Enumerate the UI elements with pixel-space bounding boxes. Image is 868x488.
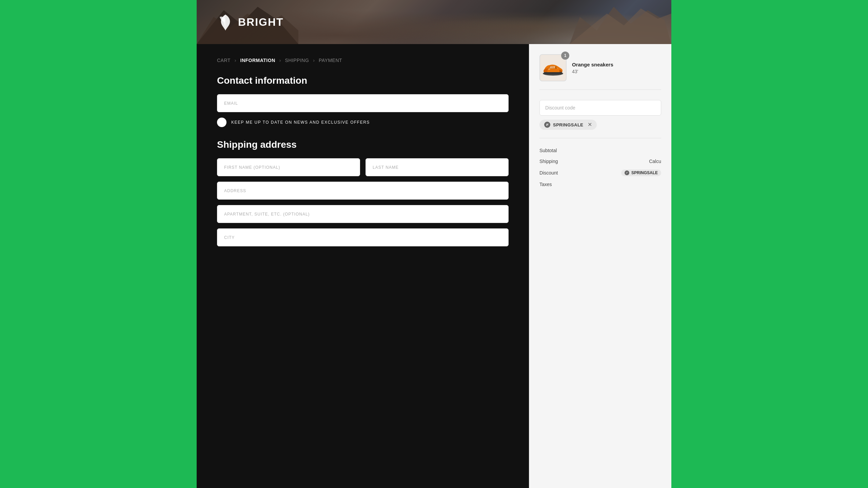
discount-tag-inline-icon [625, 170, 629, 175]
tag-icon [544, 122, 550, 128]
city-field[interactable] [217, 228, 509, 246]
applied-discount-tag: SPRINGSALE ✕ [539, 120, 661, 130]
svg-rect-9 [544, 72, 562, 74]
discount-total-label: Discount [539, 170, 558, 176]
breadcrumb-sep-3: › [313, 58, 315, 63]
order-summary: 1 [529, 44, 671, 488]
breadcrumb: CART › INFORMATION › SHIPPING › PAYMENT [217, 58, 509, 63]
apartment-field[interactable] [217, 205, 509, 223]
shipping-label: Shipping [539, 159, 558, 164]
email-group [217, 94, 509, 112]
discount-tag-row: SPRINGSALE [621, 169, 661, 176]
discount-total-row: Discount SPRINGSALE [539, 167, 661, 179]
discount-tag-inline: SPRINGSALE [621, 169, 661, 176]
svg-point-14 [626, 172, 627, 173]
form-section: CART › INFORMATION › SHIPPING › PAYMENT … [197, 44, 529, 488]
taxes-row: Taxes [539, 179, 661, 190]
breadcrumb-payment[interactable]: PAYMENT [319, 58, 342, 63]
product-variant: 43' [572, 69, 661, 74]
newsletter-checkbox[interactable] [217, 118, 226, 127]
discount-input-wrapper [539, 100, 661, 116]
email-field[interactable] [217, 94, 509, 112]
subtotal-label: Subtotal [539, 148, 557, 153]
newsletter-row: KEEP ME UP TO DATE ON NEWS AND EXCLUSIVE… [217, 118, 509, 127]
discount-tag-inline-label: SPRINGSALE [631, 170, 658, 175]
svg-point-11 [547, 124, 547, 125]
taxes-label: Taxes [539, 182, 552, 187]
order-totals: Subtotal Shipping Calcu Discount [539, 138, 661, 190]
breadcrumb-shipping[interactable]: SHIPPING [285, 58, 309, 63]
newsletter-label: KEEP ME UP TO DATE ON NEWS AND EXCLUSIVE… [231, 120, 370, 125]
logo-text: BRIGHT [238, 16, 284, 28]
breadcrumb-sep-1: › [235, 58, 236, 63]
address-field[interactable] [217, 182, 509, 200]
address-group [217, 182, 509, 200]
discount-code-input[interactable] [539, 100, 661, 116]
breadcrumb-sep-2: › [279, 58, 281, 63]
breadcrumb-cart[interactable]: CART [217, 58, 231, 63]
discount-section: SPRINGSALE ✕ [539, 100, 661, 130]
remove-discount-button[interactable]: ✕ [588, 122, 592, 127]
product-item: 1 [539, 54, 661, 90]
logo[interactable]: BRIGHT [197, 0, 671, 44]
product-image-wrapper: 1 [539, 54, 567, 81]
product-quantity-badge: 1 [561, 52, 569, 60]
discount-tag-label: SPRINGSALE [553, 122, 584, 127]
subtotal-row: Subtotal [539, 145, 661, 156]
contact-section-title: Contact information [217, 75, 509, 86]
discount-tag: SPRINGSALE ✕ [539, 120, 597, 130]
first-name-field[interactable] [217, 158, 360, 176]
product-info: Orange sneakers 43' [572, 62, 661, 74]
site-header: BRIGHT [197, 0, 671, 44]
last-name-field[interactable] [366, 158, 509, 176]
apartment-group [217, 205, 509, 223]
city-group [217, 228, 509, 246]
name-row [217, 158, 509, 176]
shipping-value: Calcu [649, 159, 661, 164]
shipping-section-title: Shipping address [217, 139, 509, 150]
product-name: Orange sneakers [572, 62, 661, 67]
breadcrumb-information[interactable]: INFORMATION [240, 58, 275, 63]
shipping-row: Shipping Calcu [539, 156, 661, 167]
